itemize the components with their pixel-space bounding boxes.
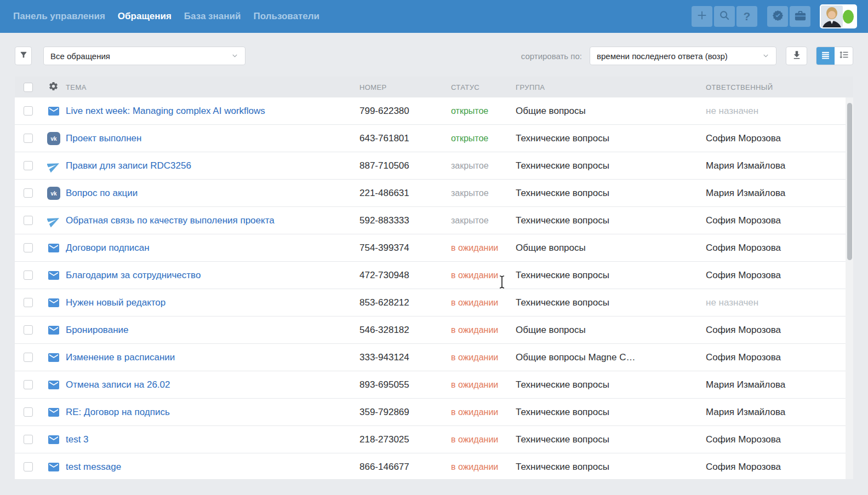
nav-tab-knowledge-base[interactable]: База знаний	[184, 11, 241, 22]
ticket-group: Технические вопросы	[516, 434, 706, 445]
table-row[interactable]: test 3 218-273025 в ожидании Технические…	[15, 426, 853, 453]
view-mode-switcher	[816, 47, 853, 65]
ticket-assignee: София Морозова	[706, 243, 853, 254]
ticket-subject-link[interactable]: Бронирование	[66, 325, 359, 336]
text-cursor	[499, 275, 505, 289]
ticket-subject-link[interactable]: test message	[66, 462, 359, 473]
column-header-group[interactable]: ГРУППА	[516, 83, 706, 91]
verified-badge-button[interactable]	[767, 6, 788, 27]
table-row[interactable]: Отмена записи на 26.02 893-695055 в ожид…	[15, 371, 853, 399]
row-checkbox[interactable]	[24, 380, 33, 389]
ticket-group: Общие вопросы	[516, 325, 706, 336]
nav-tab-dashboard[interactable]: Панель управления	[13, 11, 105, 22]
list-view-button[interactable]	[816, 47, 835, 65]
vk-channel-icon: vk	[47, 132, 60, 145]
vk-channel-icon: vk	[47, 187, 60, 200]
table-row[interactable]: Обратная связь по качеству выполения про…	[15, 207, 853, 234]
ticket-group: Технические вопросы	[516, 215, 706, 226]
ticket-assignee: София Морозова	[706, 270, 853, 281]
filter-button[interactable]	[15, 47, 32, 65]
email-channel-icon	[47, 351, 60, 364]
nav-tab-tickets[interactable]: Обращения	[118, 11, 172, 22]
ticket-subject-link[interactable]: Вопрос по акции	[66, 188, 359, 199]
email-channel-icon	[47, 324, 60, 337]
table-row[interactable]: RE: Договор на подпись 359-792869 в ожид…	[15, 399, 853, 426]
table-row[interactable]: test message 866-146677 в ожидании Техни…	[15, 453, 853, 479]
row-checkbox[interactable]	[24, 407, 33, 417]
row-checkbox[interactable]	[24, 188, 33, 198]
ticket-group: Общие вопросы	[516, 243, 706, 254]
column-header-number[interactable]: НОМЕР	[359, 83, 451, 91]
ticket-status: в ожидании	[451, 325, 516, 335]
select-all-checkbox[interactable]	[24, 83, 33, 92]
column-header-assignee[interactable]: ОТВЕТСТВЕННЫЙ	[706, 83, 853, 91]
row-checkbox[interactable]	[24, 161, 33, 170]
email-channel-icon	[47, 105, 60, 118]
row-checkbox[interactable]	[24, 325, 33, 335]
views-dropdown[interactable]: Все обращения	[43, 47, 245, 65]
ticket-number: 887-710506	[359, 160, 451, 171]
ticket-subject-link[interactable]: Благодарим за сотрудничество	[66, 270, 359, 281]
ticket-status: открытое	[451, 106, 516, 116]
row-checkbox[interactable]	[24, 270, 33, 280]
ticket-subject-link[interactable]: Изменение в расписании	[66, 352, 359, 363]
ticket-subject-link[interactable]: Проект выполнен	[66, 133, 359, 144]
ticket-subject-link[interactable]: test 3	[66, 434, 359, 445]
avatar	[821, 5, 843, 27]
ticket-subject-link[interactable]: Live next week: Managing complex AI work…	[66, 106, 359, 117]
row-checkbox[interactable]	[24, 216, 33, 225]
ticket-subject-link[interactable]: Нужен новый редактор	[66, 297, 359, 308]
tickets-toolbar: Все обращения сортировать по: времени по…	[15, 47, 853, 65]
column-header-subject[interactable]: ТЕМА	[66, 83, 359, 91]
ticket-number: 592-883333	[359, 215, 451, 226]
email-channel-icon	[47, 433, 60, 446]
table-row[interactable]: Нужен новый редактор 853-628212 в ожидан…	[15, 289, 853, 316]
row-checkbox[interactable]	[24, 298, 33, 307]
svg-text:vk: vk	[50, 191, 57, 197]
nav-tabs: Панель управления Обращения База знаний …	[13, 11, 319, 22]
row-checkbox[interactable]	[24, 435, 33, 444]
ticket-status: закрытое	[451, 161, 516, 171]
density-view-button[interactable]	[835, 47, 853, 65]
ticket-subject-link[interactable]: Правки для записи RDC3256	[66, 160, 359, 171]
column-header-status[interactable]: СТАТУС	[451, 83, 516, 91]
ticket-number: 359-792869	[359, 407, 451, 418]
table-row[interactable]: Изменение в расписании 333-943124 в ожид…	[15, 344, 853, 371]
row-checkbox[interactable]	[24, 353, 33, 362]
nav-tab-users[interactable]: Пользователи	[253, 11, 319, 22]
ticket-subject-link[interactable]: Отмена записи на 26.02	[66, 379, 359, 390]
user-menu[interactable]	[820, 4, 857, 28]
ticket-number: 799-622380	[359, 106, 451, 117]
table-row[interactable]: Договори подписан 754-399374 в ожидании …	[15, 234, 853, 262]
table-row[interactable]: Бронирование 546-328182 в ожидании Общие…	[15, 316, 853, 344]
scrollbar-thumb[interactable]	[847, 103, 852, 260]
ticket-status: закрытое	[451, 216, 516, 226]
columns-settings-button[interactable]	[41, 81, 66, 93]
row-checkbox[interactable]	[24, 243, 33, 252]
sort-dropdown[interactable]: времени последнего ответа (возр)	[590, 47, 776, 65]
briefcase-button[interactable]	[790, 6, 810, 27]
ticket-assignee: Мария Измайлова	[706, 188, 853, 199]
scrollbar-track[interactable]	[846, 97, 853, 479]
row-checkbox[interactable]	[24, 462, 33, 471]
ticket-group: Технические вопросы	[516, 188, 706, 199]
add-ticket-button[interactable]	[692, 6, 712, 27]
table-row[interactable]: vk Вопрос по акции 221-486631 закрытое Т…	[15, 180, 853, 207]
ticket-subject-link[interactable]: Обратная связь по качеству выполения про…	[66, 215, 359, 226]
views-dropdown-value: Все обращения	[50, 51, 110, 61]
ticket-group: Общие вопросы Magne C…	[516, 352, 706, 363]
export-button[interactable]	[786, 47, 807, 65]
ticket-subject-link[interactable]: Договори подписан	[66, 243, 359, 254]
search-button[interactable]	[714, 6, 735, 27]
row-checkbox[interactable]	[24, 106, 33, 116]
table-row[interactable]: Правки для записи RDC3256 887-710506 зак…	[15, 152, 853, 180]
table-row[interactable]: vk Проект выполнен 643-761801 открытое Т…	[15, 125, 853, 152]
table-row[interactable]: Благодарим за сотрудничество 472-730948 …	[15, 262, 853, 289]
email-channel-icon	[47, 461, 60, 474]
line-spacing-icon	[839, 50, 849, 62]
table-row[interactable]: Live next week: Managing complex AI work…	[15, 97, 853, 125]
ticket-subject-link[interactable]: RE: Договор на подпись	[66, 407, 359, 418]
row-checkbox[interactable]	[24, 134, 33, 143]
ticket-group: Технические вопросы	[516, 133, 706, 144]
help-button[interactable]: ?	[736, 6, 757, 27]
